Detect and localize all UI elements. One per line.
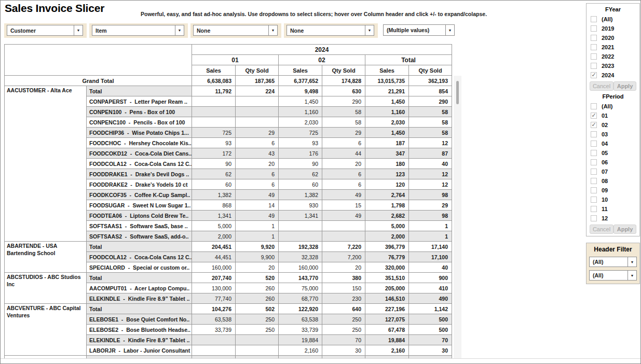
- fperiod-option-01[interactable]: ✓01: [587, 111, 639, 120]
- fperiod-apply-button[interactable]: Apply: [613, 225, 636, 234]
- column-header-total[interactable]: Total: [365, 55, 452, 65]
- column-header-qty[interactable]: Qty Sold: [322, 65, 365, 76]
- item-cell[interactable]: FOODTEA06 - Liptons Cold Brew Te..: [87, 211, 192, 221]
- item-cell[interactable]: FOODCHOC - Hershey Chocolate Kis..: [87, 138, 192, 148]
- value-cell: 6,638,083: [192, 76, 236, 86]
- fyear-apply-button[interactable]: Apply: [613, 81, 636, 91]
- item-cell[interactable]: AACOMPUT01 - Acer Laptop Compu..: [87, 283, 192, 293]
- vertical-scrollbar[interactable]: [454, 76, 461, 358]
- fyear-option-2021[interactable]: 2021: [587, 43, 639, 52]
- header-filter-dropdown-1[interactable]: (All) ▼: [589, 257, 637, 267]
- item-cell[interactable]: FOODSUGAR - Sweet N Low Sugar 1..: [87, 200, 192, 211]
- value-cell: 854: [409, 86, 452, 96]
- item-cell[interactable]: SPECIALORD - Special or custom or..: [87, 262, 192, 273]
- column-header-sales[interactable]: Sales: [192, 65, 236, 76]
- item-cell[interactable]: FOODDRAKE2 - Drake’s Yodels 10 ct: [87, 179, 192, 190]
- fyear-option-all[interactable]: (All): [587, 15, 639, 24]
- item-cell[interactable]: ELEBOSE2 - Bose Bluetooth Headse..: [87, 325, 192, 335]
- item-cell[interactable]: CONPEN100 - Pens - Box of 100: [87, 107, 192, 117]
- slicer-dropdown-2[interactable]: Item ▼: [92, 25, 184, 36]
- fyear-option-2022[interactable]: 2022: [587, 52, 639, 61]
- value-cell: 29: [236, 128, 279, 138]
- chevron-down-icon: ▼: [445, 25, 454, 35]
- value-cell: 122,920: [279, 304, 322, 314]
- grand-total-label[interactable]: Grand Total: [5, 76, 192, 86]
- column-header-qty[interactable]: Qty Sold: [236, 65, 279, 76]
- value-cell: 930: [279, 200, 322, 211]
- item-cell[interactable]: LABORJR - Labor - Junior Consultant: [87, 345, 192, 356]
- total-label-cell[interactable]: Total: [87, 242, 192, 252]
- customer-cell[interactable]: ABARTENDE - USA Bartending School: [5, 242, 87, 273]
- customer-cell[interactable]: AACUSTOMER - Alta Ace: [5, 86, 87, 242]
- slicer-dropdown-1[interactable]: Customer ▼: [7, 25, 83, 36]
- value-cell: [236, 96, 279, 107]
- checkbox-icon: [591, 16, 597, 22]
- value-cell: 172: [192, 148, 236, 159]
- checkbox-icon: [591, 103, 597, 109]
- value-cell: [322, 231, 365, 242]
- total-label-cell[interactable]: Total: [87, 304, 192, 314]
- value-cell: 396,779: [365, 242, 409, 252]
- fperiod-option-04[interactable]: 04: [587, 139, 639, 148]
- item-cell[interactable]: SOFTSAAS1 - Software SaaS, base ..: [87, 221, 192, 231]
- fperiod-option-05[interactable]: 05: [587, 148, 639, 158]
- header-filter-dropdown-2-value: (All): [590, 272, 628, 278]
- fperiod-option-10[interactable]: 10: [587, 195, 639, 204]
- column-header-year[interactable]: 2024: [192, 45, 452, 55]
- column-header-period-02[interactable]: 02: [279, 55, 365, 65]
- value-cell: 62: [192, 169, 236, 179]
- column-header-qty[interactable]: Qty Sold: [409, 65, 452, 76]
- column-header-period-01[interactable]: 01: [192, 55, 279, 65]
- header-filter-dropdown-2[interactable]: (All) ▼: [589, 270, 637, 281]
- total-label-cell[interactable]: Total: [87, 86, 192, 96]
- column-header-sales[interactable]: Sales: [279, 65, 322, 76]
- item-cell[interactable]: CONPAPERST - Letter Paper Ream ..: [87, 96, 192, 107]
- item-cell[interactable]: FOODKCOF35 - Coffee K-Cup Sampl..: [87, 190, 192, 200]
- customer-cell[interactable]: ABCSTUDIOS - ABC Studios Inc: [5, 273, 87, 304]
- chevron-down-icon: ▼: [74, 25, 83, 35]
- fperiod-option-08[interactable]: 08: [587, 176, 639, 186]
- item-cell[interactable]: FOODCOLA12 - Coca-Cola Cans 12 C..: [87, 159, 192, 169]
- fperiod-option-02[interactable]: ✓02: [587, 120, 639, 130]
- fperiod-option-12[interactable]: 12: [587, 214, 639, 223]
- item-cell[interactable]: ELEKINDLE - Kindle Fire 8.9” Tablet ..: [87, 293, 192, 304]
- slicer-dropdown-3[interactable]: None ▼: [193, 25, 278, 36]
- value-cell: 160,000: [192, 262, 236, 273]
- item-cell[interactable]: ELEBOSE1 - Bose Quiet Comfort No..: [87, 314, 192, 325]
- fperiod-option-09[interactable]: 09: [587, 186, 639, 195]
- item-cell[interactable]: FOODDRAKE1 - Drake’s Devil Dogs ..: [87, 169, 192, 179]
- total-label-cell[interactable]: Total: [87, 273, 192, 283]
- fperiod-cancel-button[interactable]: Cancel: [590, 225, 613, 234]
- checkbox-checked-icon: ✓: [591, 122, 597, 128]
- slicer-dropdown-5[interactable]: (Multiple values) ▼: [383, 24, 455, 36]
- fyear-option-2019[interactable]: 2019: [587, 24, 639, 33]
- fperiod-option-07[interactable]: 07: [587, 167, 639, 176]
- fyear-option-2020[interactable]: 2020: [587, 33, 639, 43]
- fyear-option-2023[interactable]: 2023: [587, 61, 639, 71]
- checkbox-label: (All): [602, 16, 612, 22]
- value-cell: 29: [322, 128, 365, 138]
- pivot-table-body: AACUSTOMER - Alta AceTotal11,7922249,498…: [5, 86, 452, 359]
- value-cell: 160,000: [279, 262, 322, 273]
- fperiod-option-11[interactable]: 11: [587, 204, 639, 214]
- fyear-cancel-button[interactable]: Cancel: [590, 81, 613, 91]
- column-header-sales[interactable]: Sales: [365, 65, 409, 76]
- fperiod-option-03[interactable]: 03: [587, 130, 639, 139]
- slicer-dropdown-4[interactable]: None ▼: [287, 25, 374, 36]
- checkbox-icon: [591, 63, 597, 69]
- fperiod-option-06[interactable]: 06: [587, 158, 639, 167]
- customer-cell[interactable]: ABCVENTURE - ABC Capital Ventures: [5, 304, 87, 356]
- scrollbar-thumb[interactable]: [456, 81, 459, 104]
- fyear-option-2024[interactable]: ✓2024: [587, 71, 639, 80]
- item-cell[interactable]: FOODCOKD12 - Coca-Cola Diet Cans..: [87, 148, 192, 159]
- value-cell: 1: [409, 221, 452, 231]
- fperiod-option-all[interactable]: (All): [587, 102, 639, 111]
- item-cell[interactable]: FOODCHIP36 - Wise Potato Chips 1...: [87, 128, 192, 138]
- item-cell[interactable]: CONPENC100 - Pencils - Box of 100: [87, 117, 192, 128]
- item-cell[interactable]: FOODCOLA12 - Coca-Cola Cans 12 C..: [87, 252, 192, 262]
- value-cell: 174,828: [322, 76, 365, 86]
- checkbox-label: 06: [602, 159, 608, 165]
- value-cell: 33,739: [192, 325, 236, 335]
- item-cell[interactable]: ELEKINDLE - Kindle Fire 8.9” Tablet ..: [87, 335, 192, 345]
- item-cell[interactable]: SOFTSAAS2 - Software SaaS, add-o..: [87, 231, 192, 242]
